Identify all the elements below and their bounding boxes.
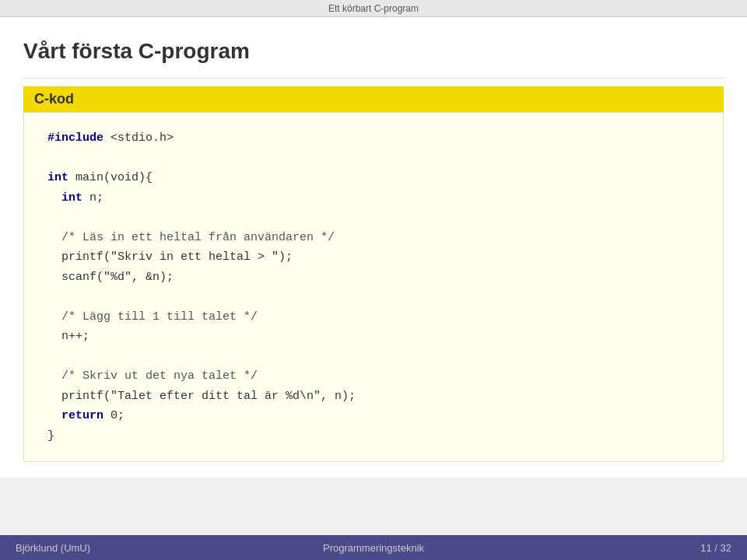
int-keyword-n: int — [61, 191, 82, 205]
main-content: Vårt första C-program C-kod #include <st… — [0, 17, 747, 478]
section-label: C-kod — [23, 86, 724, 112]
int-keyword-main: int — [47, 171, 68, 184]
footer-center: Programmeringsteknik — [254, 542, 493, 554]
comment-3: /* Skriv ut det nya talet */ — [47, 369, 258, 383]
page-title: Vårt första C-program — [23, 39, 724, 64]
code-block: #include <stdio.h> int main(void){ int n… — [23, 112, 724, 462]
separator — [23, 78, 724, 79]
return-keyword: return — [61, 409, 103, 422]
comment-2: /* Lägg till 1 till talet */ — [47, 310, 258, 324]
footer-right: 11 / 32 — [493, 542, 747, 554]
top-bar: Ett körbart C-program — [0, 0, 747, 17]
footer-left: Björklund (UmU) — [0, 542, 254, 554]
top-bar-title: Ett körbart C-program — [328, 3, 419, 14]
comment-1: /* Läs in ett heltal från användaren */ — [47, 231, 335, 244]
include-keyword: #include — [47, 131, 103, 145]
footer: Björklund (UmU) Programmeringsteknik 11 … — [0, 535, 747, 560]
